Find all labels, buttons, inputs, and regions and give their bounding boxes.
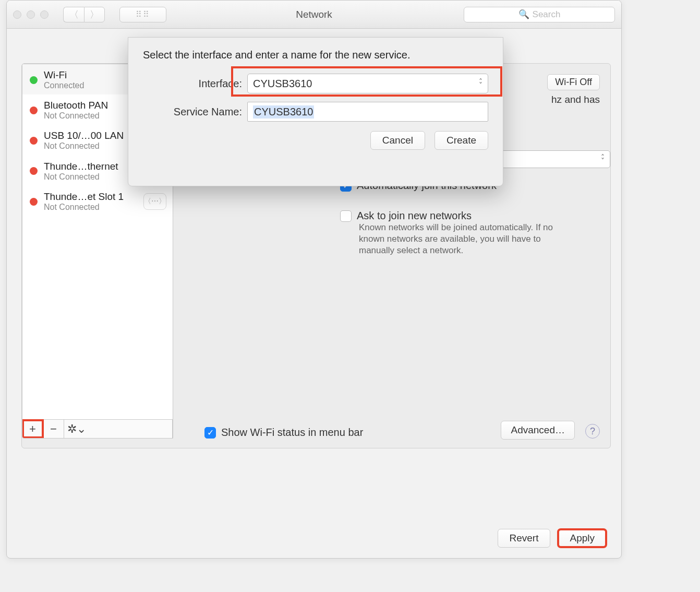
service-name: Thunde…et Slot 1 <box>44 191 137 203</box>
service-name: Thunde…thernet <box>44 161 137 172</box>
sheet-prompt: Select the interface and enter a name fo… <box>143 49 488 61</box>
back-button[interactable]: 〈 <box>63 7 84 22</box>
status-dot-icon <box>30 198 38 206</box>
service-name-value: CYUSB3610 <box>253 105 314 119</box>
nav-buttons: 〈 〉 <box>63 7 105 22</box>
chevron-updown-icon: ˄˅ <box>479 80 482 87</box>
service-item-thunderbolt-slot1[interactable]: Thunde…et Slot 1 Not Connected 〈⋯〉 <box>22 186 173 216</box>
search-icon: 🔍 <box>518 9 529 20</box>
chevron-updown-icon: ˄˅ <box>601 156 605 163</box>
sidebar-footer: + − ✲⌄ <box>22 419 173 438</box>
service-status: Not Connected <box>44 141 137 151</box>
ask-join-label: Ask to join new networks <box>357 210 472 222</box>
forward-button[interactable]: 〉 <box>84 7 105 22</box>
status-dot-icon <box>30 167 38 175</box>
interface-value: CYUSB3610 <box>253 78 312 90</box>
interface-label: Interface: <box>143 78 242 90</box>
titlebar: 〈 〉 ⠿⠿ Network 🔍 Search <box>7 1 621 29</box>
zoom-window-icon[interactable] <box>40 10 49 19</box>
ask-join-checkbox[interactable] <box>340 210 352 222</box>
status-dot-icon <box>30 76 38 84</box>
window-controls <box>13 10 49 19</box>
sheet-buttons: Cancel Create <box>143 131 488 150</box>
ask-join-row: Ask to join new networks Known networks … <box>340 210 554 256</box>
minimize-window-icon[interactable] <box>27 10 35 19</box>
status-text-fragment: hz and has <box>551 94 600 105</box>
new-service-sheet: Select the interface and enter a name fo… <box>128 37 503 186</box>
search-input[interactable]: 🔍 Search <box>464 7 615 22</box>
service-name-input[interactable]: CYUSB3610 <box>247 102 488 122</box>
service-name-label: Service Name: <box>143 106 242 118</box>
revert-button[interactable]: Revert <box>498 529 551 548</box>
search-placeholder: Search <box>533 9 561 20</box>
show-status-row: ✓ Show Wi-Fi status in menu bar <box>204 427 363 439</box>
show-status-checkbox[interactable]: ✓ <box>204 427 216 439</box>
interface-select[interactable]: CYUSB3610 ˄˅ <box>247 74 488 93</box>
service-name: USB 10/…00 LAN <box>44 130 137 141</box>
interface-row: Interface: CYUSB3610 ˄˅ <box>143 74 488 93</box>
footer-buttons: Revert Apply <box>498 529 607 548</box>
status-dot-icon <box>30 137 38 145</box>
ethernet-icon: 〈⋯〉 <box>143 193 166 210</box>
service-status: Not Connected <box>44 172 137 182</box>
help-button[interactable]: ? <box>585 424 600 439</box>
advanced-button[interactable]: Advanced… <box>501 421 575 440</box>
show-all-button[interactable]: ⠿⠿ <box>119 7 166 22</box>
apply-button[interactable]: Apply <box>558 529 607 548</box>
add-service-button[interactable]: + <box>22 420 43 438</box>
show-status-label: Show Wi-Fi status in menu bar <box>221 427 363 439</box>
ask-join-description: Known networks will be joined automatica… <box>340 222 554 256</box>
service-status: Not Connected <box>44 203 137 212</box>
preferences-window: 〈 〉 ⠿⠿ Network 🔍 Search Wi-Fi Connected … <box>6 0 622 559</box>
wifi-off-button[interactable]: Wi-Fi Off <box>547 74 600 90</box>
service-name-row: Service Name: CYUSB3610 <box>143 102 488 122</box>
cancel-button[interactable]: Cancel <box>370 131 425 150</box>
status-dot-icon <box>30 106 38 114</box>
close-window-icon[interactable] <box>13 10 21 19</box>
remove-service-button[interactable]: − <box>43 420 64 438</box>
service-actions-button[interactable]: ✲⌄ <box>64 420 173 438</box>
create-button[interactable]: Create <box>435 131 488 150</box>
